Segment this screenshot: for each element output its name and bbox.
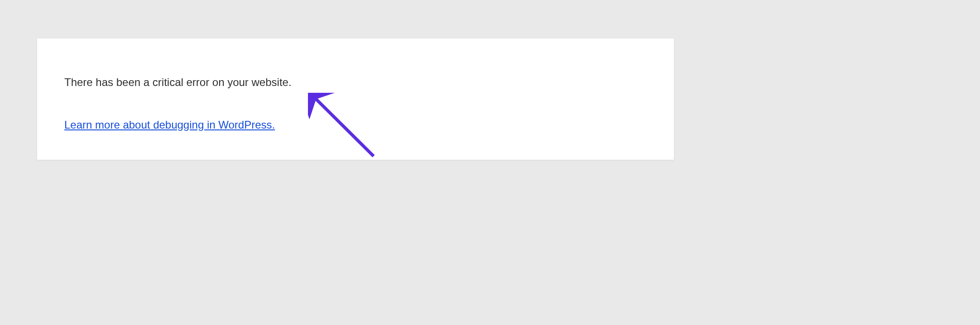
debug-link[interactable]: Learn more about debugging in WordPress.: [64, 119, 275, 131]
error-card: There has been a critical error on your …: [37, 38, 674, 160]
error-message: There has been a critical error on your …: [64, 75, 647, 90]
